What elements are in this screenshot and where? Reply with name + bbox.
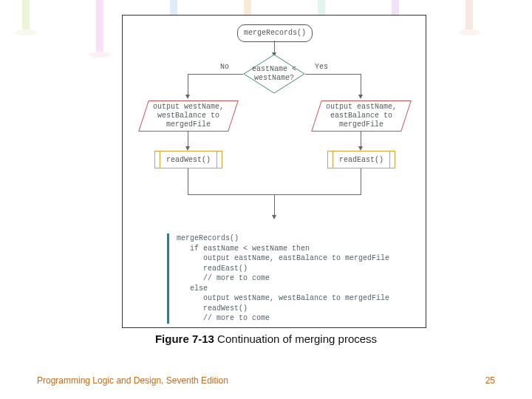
yes-call-label: readEast() <box>339 156 383 164</box>
yes-label: Yes <box>313 63 330 71</box>
yes-output-node: output eastName,eastBalance tomergedFile <box>311 100 412 132</box>
edge <box>361 168 361 194</box>
edge <box>305 74 361 75</box>
edge <box>361 74 361 96</box>
figure-panel: mergeRecords() eastName <westName? No ou… <box>122 15 426 328</box>
decision-node: eastName <westName? <box>243 54 305 94</box>
decision-label: eastName <westName? <box>248 65 300 83</box>
figure-number: Figure 7-13 <box>155 332 214 345</box>
edge <box>188 168 188 194</box>
no-call-label: readWest() <box>166 156 211 164</box>
flowchart: mergeRecords() eastName <westName? No ou… <box>123 16 426 208</box>
arrowhead-icon <box>272 215 276 219</box>
arrowhead-icon <box>185 95 190 99</box>
start-label: mergeRecords() <box>244 29 306 38</box>
pseudocode: mergeRecords() if eastName < westName th… <box>167 233 420 324</box>
no-output-node: output westName,westBalance tomergedFile <box>138 100 239 132</box>
start-node: mergeRecords() <box>237 24 313 42</box>
edge <box>274 194 361 195</box>
yes-output-label: output eastName,eastBalance tomergedFile <box>326 103 397 129</box>
edge <box>274 194 275 216</box>
figure-title: Continuation of merging process <box>214 332 377 345</box>
edge <box>188 74 243 75</box>
book-title: Programming Logic and Design, Seventh Ed… <box>37 375 228 386</box>
yes-call-node: readEast() <box>327 151 395 168</box>
edge <box>188 194 275 195</box>
edge <box>188 74 188 96</box>
edge <box>188 132 188 148</box>
no-output-label: output westName,westBalance tomergedFile <box>153 103 224 129</box>
edge <box>361 132 361 148</box>
no-label: No <box>219 63 231 71</box>
page-number: 25 <box>485 375 495 386</box>
arrowhead-icon <box>358 95 363 99</box>
figure-caption: Figure 7-13 Continuation of merging proc… <box>0 332 532 345</box>
no-call-node: readWest() <box>154 151 222 168</box>
